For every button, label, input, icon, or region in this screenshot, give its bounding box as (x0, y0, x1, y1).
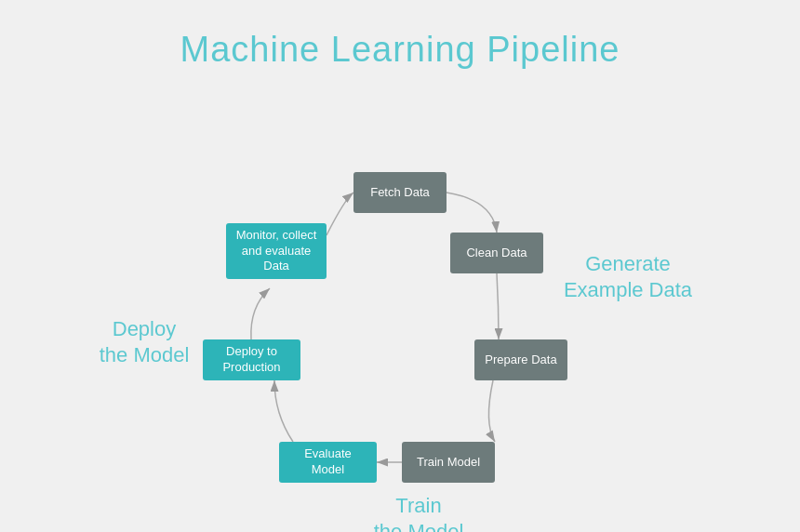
generate-example-label: GenerateExample Data (553, 251, 702, 302)
train-the-model-label: Trainthe Model (344, 493, 493, 532)
deploy-the-model-label: Deploythe Model (74, 316, 214, 367)
page-title: Machine Learning Pipeline (0, 0, 800, 70)
diagram-container: Fetch Data Clean Data Prepare Data Train… (0, 79, 800, 532)
train-model-box: Train Model (402, 442, 495, 483)
arrows-svg (0, 79, 800, 532)
fetch-data-box: Fetch Data (353, 172, 447, 213)
clean-data-box: Clean Data (450, 233, 543, 273)
deploy-production-box: Deploy to Production (203, 339, 300, 380)
monitor-collect-box: Monitor, collect and evaluate Data (226, 223, 327, 279)
prepare-data-box: Prepare Data (474, 339, 567, 380)
evaluate-model-box: Evaluate Model (279, 442, 377, 483)
